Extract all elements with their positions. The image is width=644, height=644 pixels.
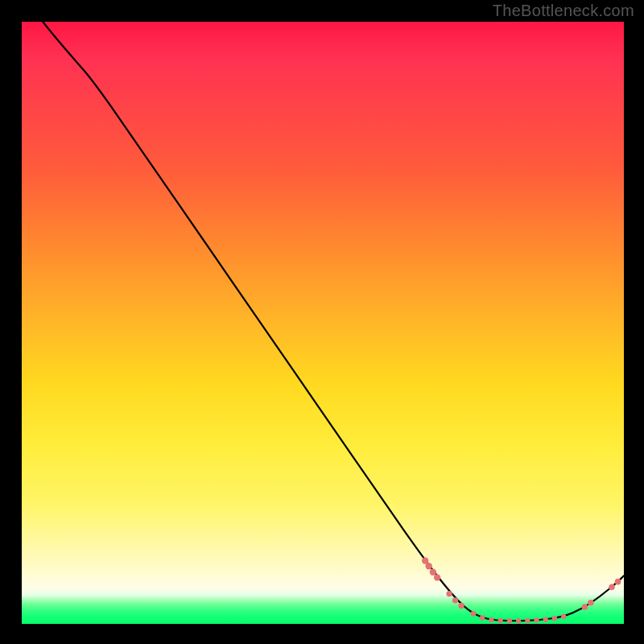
curve-marker: [497, 618, 502, 623]
curve-marker: [534, 617, 539, 622]
curve-marker: [516, 618, 521, 623]
curve-marker: [489, 617, 493, 622]
curve-marker: [609, 584, 615, 591]
curve-marker: [543, 617, 548, 622]
plot-area: [22, 22, 624, 624]
curve-marker: [507, 618, 512, 623]
curve-marker: [480, 615, 485, 620]
curve-marker: [552, 616, 557, 621]
curve-marker: [561, 614, 566, 619]
curve-markers: [422, 557, 621, 623]
curve-marker: [471, 611, 477, 617]
bottleneck-curve: [22, 22, 624, 624]
curve-marker: [430, 568, 436, 575]
watermark-label: TheBottleneck.com: [493, 2, 634, 20]
curve-line: [43, 22, 624, 621]
curve-marker: [452, 597, 458, 603]
curve-marker: [582, 604, 588, 610]
curve-marker: [446, 591, 452, 597]
chart-container: TheBottleneck.com: [0, 0, 644, 644]
curve-marker: [525, 618, 530, 623]
curve-marker: [615, 579, 621, 585]
curve-marker: [425, 563, 431, 569]
curve-marker: [588, 600, 594, 606]
curve-marker: [458, 603, 464, 609]
curve-marker: [434, 574, 440, 580]
